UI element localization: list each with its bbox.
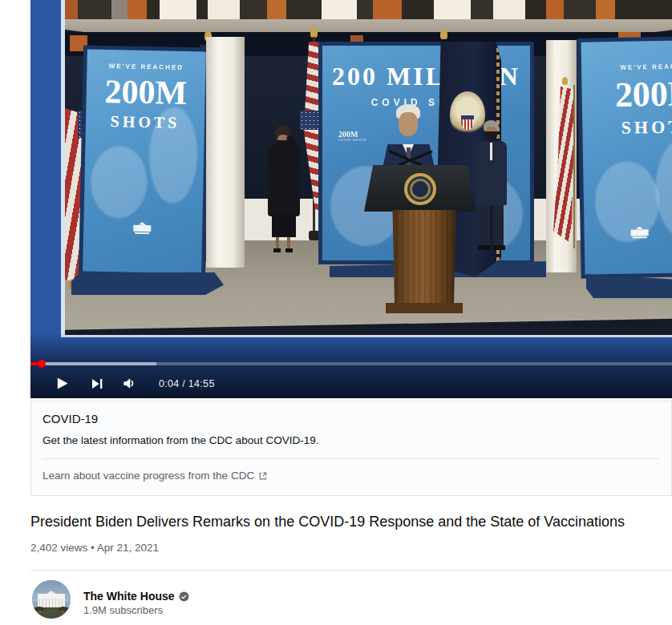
podium-column [391,210,458,304]
cdc-link-label: Learn about vaccine progress from the CD… [43,470,254,482]
progress-buffered [30,362,156,365]
left-screen-200m: 200M [86,74,205,110]
podium-base [386,303,463,313]
external-link-icon [258,471,268,481]
right-screen-shots: SHOTS [582,117,672,137]
volume-button[interactable] [115,376,143,391]
eagle-finial [440,29,447,39]
cdc-link[interactable]: Learn about vaccine progress from the CD… [43,470,268,482]
progress-bar[interactable] [30,362,672,365]
play-button[interactable] [48,377,75,390]
left-pillar [206,37,245,268]
verified-badge-icon [179,591,189,602]
left-screen-reached: WE'VE REACHED [87,62,205,71]
progress-scrubber[interactable] [38,360,46,368]
covid-panel-title: COVID-19 [43,412,660,425]
left-screen-plinth [71,272,224,295]
channel-subscribers: 1.9M subscribers [83,604,163,616]
screen-watermark: 200M COVID SHOTS [338,131,366,142]
flag-pole [573,85,575,248]
right-screen-200m: 200M [581,75,672,113]
left-screen: WE'VE REACHED 200M SHOTS [79,45,210,277]
eagle-finial [562,77,568,85]
presidential-seal [404,173,436,205]
section-divider [30,570,672,571]
video-player[interactable]: WE'VE REACHED 200M SHOTS [30,0,672,398]
channel-name[interactable]: The White House [83,590,175,603]
video-meta: 2,402 views • Apr 21, 2021 [30,542,159,554]
next-button[interactable] [83,377,111,390]
covid-info-panel: COVID-19 Get the latest information from… [30,401,672,496]
channel-avatar[interactable] [32,580,71,619]
covid-panel-divider [43,458,660,459]
white-house-logo [133,222,151,234]
covid-panel-body: Get the latest information from the CDC … [43,434,660,446]
player-controls: 0:04 / 14:55 [30,369,672,398]
right-screen: WE'VE REACHED 200M SHOTS [577,35,672,278]
video-title: President Biden Delivers Remarks on the … [30,514,648,530]
press-room-scene: WE'VE REACHED 200M SHOTS [61,0,672,337]
right-screen-reached: WE'VE REACHED [581,62,672,71]
white-house-logo [631,226,649,238]
time-display: 0:04 / 14:55 [159,378,215,389]
